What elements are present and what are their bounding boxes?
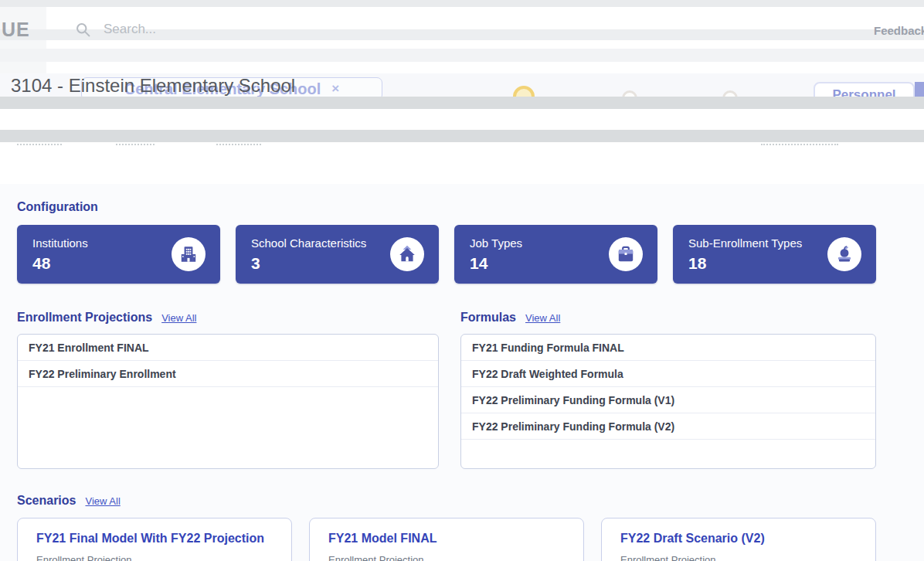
scenario-card[interactable]: FY21 Model FINAL Enrollment Projection — [309, 518, 584, 561]
stat-card-label: Institutions — [32, 236, 88, 250]
stat-card-sub-enrollment-types[interactable]: Sub-Enrollment Types 18 — [673, 225, 876, 284]
dashboard-content: Configuration Institutions 48 — [0, 184, 924, 561]
ghost-indigo-button[interactable] — [915, 82, 924, 98]
ghost-tab-placeholder — [17, 141, 62, 145]
stat-card-value: 18 — [688, 254, 706, 273]
list-item[interactable]: FY22 Preliminary Funding Formula (V2) — [461, 413, 875, 440]
list-item[interactable]: FY21 Enrollment FINAL — [18, 335, 438, 361]
configuration-heading: Configuration — [17, 200, 98, 214]
view-all-enrollment-projections[interactable]: View All — [161, 312, 196, 324]
school-icon — [390, 237, 424, 271]
list-item[interactable]: FY22 Preliminary Enrollment — [18, 361, 438, 387]
scenario-card[interactable]: FY22 Draft Scenario (V2) Enrollment Proj… — [601, 518, 876, 561]
stat-card-value: 48 — [32, 254, 50, 273]
chip-close-icon[interactable]: × — [331, 81, 339, 97]
formulas-list: FY21 Funding Formula FINAL FY22 Draft We… — [460, 334, 876, 469]
scenario-title: FY22 Draft Scenario (V2) — [620, 532, 857, 546]
list-item[interactable]: FY22 Preliminary Funding Formula (V1) — [461, 387, 875, 413]
page-title: 3104 - Einstein Elementary School — [11, 75, 295, 97]
ghost-tab-placeholder — [761, 141, 838, 145]
briefcase-icon — [609, 237, 643, 271]
formulas-heading: Formulas — [460, 311, 516, 325]
list-item[interactable]: FY21 Funding Formula FINAL — [461, 335, 875, 361]
list-item[interactable]: FY22 Draft Weighted Formula — [461, 361, 875, 387]
header-band — [0, 49, 924, 62]
search-icon — [75, 22, 91, 38]
feedback-link[interactable]: Feedback — [874, 24, 924, 37]
stat-card-institutions[interactable]: Institutions 48 — [17, 225, 220, 284]
ghost-tab-placeholder — [116, 141, 155, 145]
search-input[interactable]: Search... — [104, 22, 156, 37]
enrollment-projections-list: FY21 Enrollment FINAL FY22 Preliminary E… — [17, 334, 439, 469]
view-all-formulas[interactable]: View All — [525, 312, 560, 324]
header-zone: Central Elementary School × Personnel UE… — [0, 0, 924, 184]
view-all-scenarios[interactable]: View All — [85, 495, 120, 507]
scenario-title: FY21 Final Model With FY22 Projection — [36, 532, 273, 546]
stat-card-label: Job Types — [470, 236, 522, 250]
stat-card-school-characteristics[interactable]: School Characteristics 3 — [236, 225, 439, 284]
stat-card-value: 14 — [470, 254, 487, 273]
skeleton-bar — [0, 97, 924, 109]
stat-card-job-types[interactable]: Job Types 14 — [454, 225, 657, 284]
scenario-subtitle: Enrollment Projection — [328, 554, 565, 561]
top-strip — [0, 0, 924, 7]
stat-card-label: Sub-Enrollment Types — [688, 236, 802, 250]
scenario-subtitle: Enrollment Projection — [620, 554, 857, 561]
scenario-title: FY21 Model FINAL — [328, 532, 565, 546]
scenario-subtitle: Enrollment Projection — [36, 554, 273, 561]
app-logo: UE — [2, 19, 30, 41]
stat-card-label: School Characteristics — [251, 236, 366, 250]
scenarios-heading: Scenarios — [17, 494, 76, 508]
apple-book-icon — [827, 237, 861, 271]
ghost-tab-placeholder — [216, 141, 261, 145]
app-window: Central Elementary School × Personnel UE… — [0, 0, 924, 561]
building-icon — [172, 237, 206, 271]
stat-card-value: 3 — [251, 254, 260, 273]
scenario-card[interactable]: FY21 Final Model With FY22 Projection En… — [17, 518, 292, 561]
enrollment-projections-heading: Enrollment Projections — [17, 311, 152, 325]
